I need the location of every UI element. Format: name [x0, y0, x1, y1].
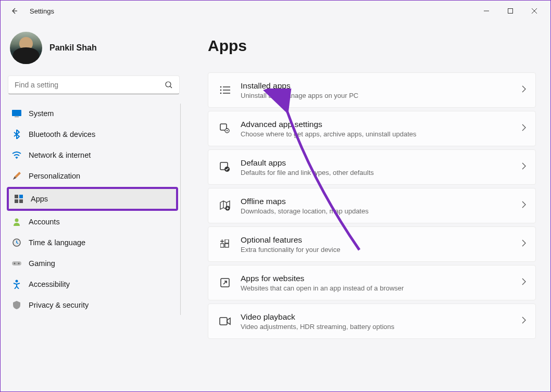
window-controls [474, 3, 546, 19]
person-icon [12, 217, 21, 226]
video-icon [218, 317, 232, 325]
paintbrush-icon [12, 171, 21, 181]
sidebar-item-apps[interactable]: Apps [9, 189, 176, 209]
search-icon [165, 81, 173, 89]
svg-rect-13 [12, 261, 21, 265]
svg-point-19 [220, 90, 222, 91]
card-offline-maps[interactable]: Offline mapsDownloads, storage location,… [208, 188, 536, 223]
svg-point-21 [220, 93, 222, 94]
chevron-right-icon [522, 124, 526, 133]
sidebar-item-label: Privacy & security [29, 301, 89, 309]
card-subtitle: Video adjustments, HDR streaming, batter… [241, 323, 522, 331]
sidebar-item-personalization[interactable]: Personalization [7, 166, 178, 186]
maximize-button[interactable] [498, 3, 522, 19]
card-installed-apps[interactable]: Installed appsUninstall and manage apps … [208, 72, 536, 108]
accessibility-icon [12, 280, 21, 289]
svg-point-11 [15, 219, 19, 222]
back-button[interactable] [5, 2, 23, 20]
profile-section[interactable]: Pankil Shah [7, 28, 181, 75]
sidebar-item-label: Personalization [29, 172, 80, 180]
title-bar: Settings [1, 1, 550, 21]
card-video-playback[interactable]: Video playbackVideo adjustments, HDR str… [208, 304, 536, 339]
bluetooth-icon [12, 130, 21, 139]
sidebar-item-bluetooth[interactable]: Bluetooth & devices [7, 124, 178, 144]
sidebar-item-label: Time & language [29, 238, 85, 247]
card-default-apps[interactable]: Default appsDefaults for file and link t… [208, 149, 536, 185]
sidebar-item-system[interactable]: System [7, 104, 178, 123]
app-gear-icon [218, 123, 232, 134]
arrow-left-icon [10, 7, 18, 15]
svg-rect-30 [225, 244, 229, 247]
sidebar: Pankil Shah System Bluetooth & devices N… [1, 21, 187, 391]
minimize-button[interactable] [474, 3, 498, 19]
svg-rect-33 [220, 318, 227, 325]
card-title: Apps for websites [241, 274, 522, 283]
svg-rect-8 [19, 195, 23, 198]
svg-point-25 [227, 130, 228, 131]
sidebar-item-time-language[interactable]: Time & language [7, 233, 178, 252]
card-subtitle: Websites that can open in an app instead… [241, 284, 522, 292]
svg-point-2 [166, 82, 171, 87]
card-subtitle: Choose where to get apps, archive apps, … [241, 130, 522, 138]
settings-cards: Installed appsUninstall and manage apps … [208, 72, 536, 339]
page-title: Apps [208, 37, 536, 55]
svg-line-3 [170, 86, 172, 88]
card-title: Advanced app settings [241, 120, 522, 129]
card-title: Default apps [241, 158, 522, 168]
svg-point-14 [14, 263, 16, 264]
chevron-right-icon [522, 239, 526, 249]
sidebar-item-accessibility[interactable]: Accessibility [7, 274, 178, 294]
card-title: Installed apps [241, 81, 522, 91]
card-apps-for-websites[interactable]: Apps for websitesWebsites that can open … [208, 265, 536, 300]
close-icon [532, 8, 537, 14]
sidebar-item-label: Apps [31, 195, 48, 203]
svg-rect-31 [225, 239, 229, 243]
sidebar-item-network[interactable]: Network & internet [7, 145, 178, 165]
app-check-icon [218, 162, 232, 172]
svg-point-17 [220, 86, 222, 88]
shield-icon [12, 300, 21, 310]
sidebar-item-accounts[interactable]: Accounts [7, 212, 178, 232]
chevron-right-icon [522, 85, 526, 95]
card-title: Video playback [241, 312, 522, 322]
chevron-right-icon [522, 317, 526, 326]
avatar [10, 32, 42, 64]
card-advanced-app-settings[interactable]: Advanced app settingsChoose where to get… [208, 111, 536, 146]
wifi-icon [12, 150, 21, 160]
map-download-icon [218, 200, 232, 211]
maximize-icon [508, 8, 513, 14]
svg-rect-9 [15, 199, 18, 203]
sidebar-item-label: Accounts [29, 218, 60, 226]
sidebar-item-label: Network & internet [29, 151, 91, 159]
open-external-icon [218, 278, 232, 287]
app-plus-icon [218, 239, 232, 249]
close-button[interactable] [522, 3, 546, 19]
window-title: Settings [30, 7, 54, 15]
card-title: Optional features [241, 235, 522, 245]
sidebar-item-gaming[interactable]: Gaming [7, 254, 178, 273]
sidebar-item-label: Gaming [29, 259, 55, 268]
user-name: Pankil Shah [49, 43, 97, 53]
card-subtitle: Downloads, storage location, map updates [241, 207, 522, 215]
svg-rect-7 [15, 195, 18, 198]
sidebar-item-privacy[interactable]: Privacy & security [7, 295, 178, 315]
search-input[interactable] [15, 81, 165, 89]
system-icon [12, 109, 21, 118]
card-subtitle: Defaults for file and link types, other … [241, 169, 522, 176]
search-box[interactable] [8, 75, 180, 94]
svg-point-6 [16, 158, 17, 159]
chevron-right-icon [522, 201, 526, 210]
card-title: Offline maps [241, 197, 522, 206]
sidebar-item-label: System [29, 109, 54, 118]
main-content: Apps Installed appsUninstall and manage … [187, 21, 550, 391]
card-optional-features[interactable]: Optional featuresExtra functionality for… [208, 226, 536, 262]
chevron-right-icon [522, 162, 526, 172]
gamepad-icon [12, 259, 21, 268]
clock-icon [12, 238, 21, 247]
highlight-annotation: Apps [7, 187, 178, 211]
sidebar-item-label: Accessibility [29, 280, 70, 288]
sidebar-item-label: Bluetooth & devices [29, 130, 95, 138]
apps-icon [14, 194, 23, 204]
card-subtitle: Uninstall and manage apps on your PC [241, 92, 522, 99]
svg-rect-5 [15, 117, 19, 117]
